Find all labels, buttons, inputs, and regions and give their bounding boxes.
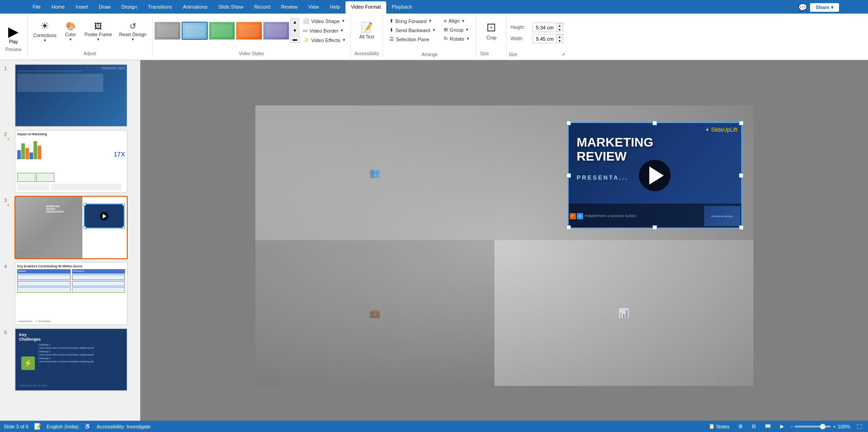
video-play-button[interactable] — [639, 160, 671, 191]
ribbon: File Home Insert Draw Design Transitions… — [0, 0, 868, 14]
slide-num-4: 4 — [4, 264, 12, 269]
slide-img-2[interactable]: Impact of Marketing — [14, 130, 128, 193]
corrections-button[interactable]: ☀ Corrections ▼ — [31, 19, 59, 44]
group-button[interactable]: ⊞ Group ▼ — [441, 26, 472, 33]
width-up-button[interactable]: ▲ — [556, 34, 563, 39]
reset-design-button[interactable]: ↺ Reset Design ▼ — [117, 19, 149, 44]
size-group-label: Size — [508, 52, 517, 57]
crop-label: Crop — [487, 35, 497, 41]
size-group: Height: 5.34 cm ▲ ▼ Width: 9.45 cm ▲ ▼ — [507, 15, 566, 58]
slide-img-5[interactable]: KeyChallenges ⚡ Challenge 1Lorem ipsum d… — [14, 328, 128, 391]
video-bottom-strip: P G POWERPOINT & GOOGLE SLIDES Marketing… — [568, 204, 742, 228]
video-shape-button[interactable]: ⬜ Video Shape ▼ — [300, 17, 348, 25]
crop-group-label: Size — [480, 51, 503, 56]
tab-view[interactable]: View — [303, 1, 325, 14]
play-button[interactable]: ▶ Play — [6, 22, 20, 46]
status-bar: Slide 3 of 6 📝 English (India) ♿ Accessi… — [0, 421, 868, 432]
scroll-expand-icon[interactable]: ▬ — [290, 35, 299, 43]
tab-record[interactable]: Record — [249, 1, 275, 14]
width-down-button[interactable]: ▼ — [556, 39, 563, 43]
reset-dropdown: ▼ — [131, 38, 134, 42]
slide-img-4[interactable]: Key Enablers Contributing 50 Million Eur… — [14, 262, 128, 325]
preview-group-label: Preview — [5, 47, 22, 52]
poster-dropdown: ▼ — [96, 38, 100, 42]
reset-icon: ↺ — [129, 21, 136, 31]
zoom-out-button[interactable]: − — [790, 424, 793, 429]
accessibility-group-label: Accessibility — [355, 51, 379, 56]
slide-thumb-1[interactable]: 1 September 2022 — [4, 64, 136, 127]
poster-frame-icon: 🖼 — [94, 22, 102, 31]
reading-view-button[interactable]: 📖 — [762, 423, 774, 430]
accessibility-label[interactable]: Accessibility: Investigate — [96, 424, 150, 429]
slide3-content: MARKETINGREVIEWPRESENTATION People in me… — [15, 197, 127, 258]
tab-playback[interactable]: Playback — [386, 1, 417, 14]
slide-thumb-4[interactable]: 4 Key Enablers Contributing 50 Million E… — [4, 262, 136, 325]
language-label: English (India) — [47, 424, 78, 429]
tab-video-format[interactable]: Video Format — [345, 1, 386, 14]
tab-animations[interactable]: Animations — [177, 1, 213, 14]
slide-thumb-3[interactable]: 3 ★ — [4, 196, 136, 259]
slide-thumb-2[interactable]: 2 ★ Impact of Marketing — [4, 130, 136, 193]
video-style-4[interactable] — [236, 22, 262, 40]
video-container[interactable]: ✦ SlideUpLift MARKETINGREVIEW PRESENTA..… — [568, 122, 742, 228]
tab-help[interactable]: Help — [325, 1, 346, 14]
width-input[interactable]: 9.45 cm ▲ ▼ — [532, 34, 563, 43]
video-border-button[interactable]: ▭ Video Border ▼ — [300, 27, 348, 34]
video-style-1[interactable] — [154, 22, 181, 40]
zoom-in-button[interactable]: + — [833, 424, 835, 429]
size-expand-icon[interactable]: ↗ — [561, 52, 565, 57]
arrange-group: ⬆ Bring Forward ▼ ⬇ Send Backward ▼ ☰ Se… — [383, 15, 476, 58]
send-backward-button[interactable]: ⬇ Send Backward ▼ — [387, 26, 438, 34]
tab-insert[interactable]: Insert — [70, 1, 94, 14]
normal-view-button[interactable]: ⊞ — [736, 423, 745, 430]
zoom-slider[interactable] — [795, 426, 831, 427]
scroll-up-icon[interactable]: ▲ — [290, 18, 299, 26]
height-input[interactable]: 5.34 cm ▲ ▼ — [532, 23, 563, 32]
adjust-group-label: Adjust — [84, 51, 96, 56]
video-style-2[interactable] — [182, 22, 208, 40]
tab-review[interactable]: Review — [276, 1, 303, 14]
tab-draw[interactable]: Draw — [94, 1, 116, 14]
fit-slide-button[interactable]: ⛶ — [854, 423, 864, 430]
video-style-3[interactable] — [209, 22, 235, 40]
share-button[interactable]: Share ▾ — [810, 3, 839, 12]
color-button[interactable]: 🎨 Color ▼ — [62, 19, 80, 44]
rotate-button[interactable]: ↻ Rotate ▼ — [441, 35, 472, 43]
bring-forward-button[interactable]: ⬆ Bring Forward ▼ — [387, 17, 438, 25]
video-player[interactable]: ✦ SlideUpLift MARKETINGREVIEW PRESENTA..… — [568, 122, 742, 228]
tab-design[interactable]: Design — [116, 1, 142, 14]
tab-file[interactable]: File — [27, 1, 46, 14]
height-down-button[interactable]: ▼ — [556, 28, 563, 32]
slide-sorter-button[interactable]: ⊟ — [749, 423, 758, 430]
tab-slideshow[interactable]: Slide Show — [213, 1, 249, 14]
scroll-down-icon[interactable]: ▼ — [290, 27, 299, 34]
selection-pane-label: Selection Pane — [396, 37, 429, 42]
rotate-icon: ↻ — [444, 36, 448, 42]
tab-home[interactable]: Home — [46, 1, 70, 14]
zoom-level[interactable]: 109% — [838, 424, 850, 429]
accessibility-icon: ♿ — [84, 423, 91, 430]
corrections-dropdown: ▼ — [43, 38, 47, 43]
video-styles-scroll[interactable]: ▲ ▼ ▬ — [290, 18, 299, 43]
selection-pane-button[interactable]: ☰ Selection Pane — [387, 35, 438, 43]
slide-panel: 1 September 2022 2 ★ Impact of Marketing — [0, 60, 140, 431]
slide-thumb-5[interactable]: 5 KeyChallenges ⚡ Challenge 1Lorem ipsum… — [4, 328, 136, 391]
tab-transitions[interactable]: Transitions — [143, 1, 177, 14]
height-spinners: ▲ ▼ — [556, 23, 563, 32]
video-effects-button[interactable]: ✨ Video Effects ▼ — [300, 36, 348, 44]
slide-img-3[interactable]: MARKETINGREVIEWPRESENTATION People in me… — [14, 196, 128, 259]
group-icon: ⊞ — [444, 27, 448, 33]
comments-icon[interactable]: 💬 — [798, 3, 807, 12]
notes-button[interactable]: 📋 Notes — [706, 423, 732, 430]
slideshow-button[interactable]: ▶ — [777, 423, 786, 430]
slide-img-1[interactable]: September 2022 — [14, 64, 128, 127]
video-style-5[interactable] — [263, 22, 289, 40]
alt-text-button[interactable]: 📝 Alt Text — [357, 20, 377, 41]
align-button[interactable]: ≡ Align ▼ — [441, 17, 472, 24]
crop-button[interactable]: ⊡ Crop — [480, 19, 503, 42]
ppt-icon: P — [570, 213, 576, 219]
arrange-right: ≡ Align ▼ ⊞ Group ▼ ↻ Rotate ▼ — [441, 17, 472, 49]
height-value: 5.34 cm — [533, 24, 556, 31]
poster-frame-button[interactable]: 🖼 Poster Frame ▼ — [82, 19, 115, 44]
height-up-button[interactable]: ▲ — [556, 23, 563, 28]
